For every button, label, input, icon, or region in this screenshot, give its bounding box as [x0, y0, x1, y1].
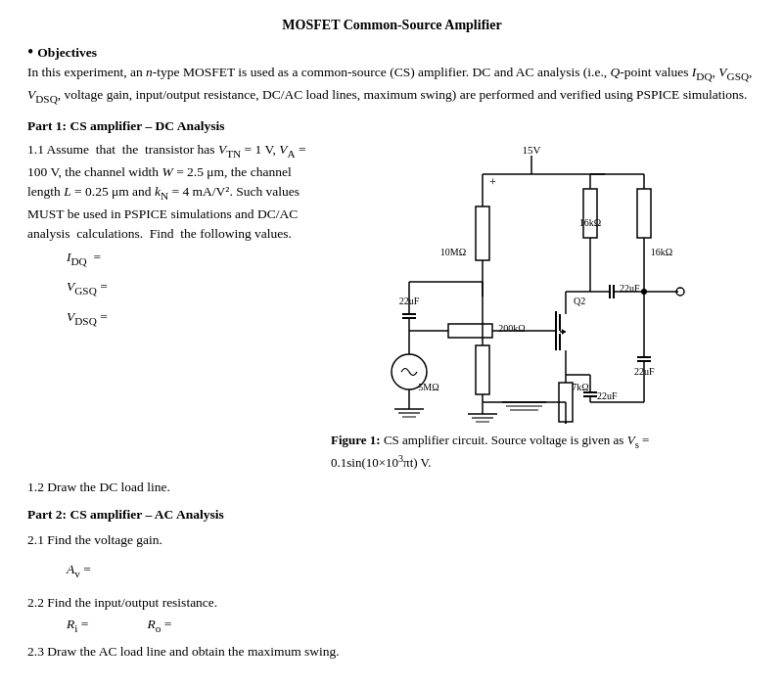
part2-header: Part 2: CS amplifier – AC Analysis	[27, 507, 757, 523]
objectives-body: In this experiment, an n-type MOSFET is …	[27, 63, 757, 107]
circuit-col: 15V + 10MΩ 200	[331, 140, 757, 472]
svg-text:15V: 15V	[523, 144, 541, 156]
values-list: IDQ = VGSQ = VDSQ =	[67, 244, 321, 333]
svg-text:200kΩ: 200kΩ	[498, 323, 525, 334]
part2-section: Part 2: CS amplifier – AC Analysis 2.1 F…	[27, 507, 757, 662]
svg-rect-62	[476, 345, 489, 394]
svg-text:16kΩ: 16kΩ	[651, 247, 672, 257]
circuit-diagram: 15V + 10MΩ 200	[331, 140, 693, 472]
page-title: MOSFET Common-Source Amplifier	[27, 18, 757, 33]
ro-value: Ro =	[147, 617, 171, 634]
ri-value: Ri =	[67, 617, 88, 634]
svg-text:16kΩ: 16kΩ	[579, 217, 601, 228]
figure-caption: Figure 1: CS amplifier circuit. Source v…	[331, 432, 693, 472]
svg-text:+: +	[489, 175, 496, 189]
objectives-header: Objectives	[37, 45, 97, 61]
svg-marker-21	[562, 329, 566, 335]
svg-rect-24	[583, 189, 597, 238]
part2-1: 2.1 Find the voltage gain.	[27, 530, 757, 550]
vdsq-line: VDSQ =	[67, 303, 321, 333]
svg-text:7kΩ: 7kΩ	[572, 382, 588, 392]
part2-2: 2.2 Find the input/output resistance.	[27, 593, 757, 613]
text-col: 1.1 Assume that the transistor has VTN =…	[27, 140, 321, 333]
bullet-dot: •	[27, 43, 33, 61]
svg-text:10MΩ: 10MΩ	[440, 247, 466, 257]
part1-section: Part 1: CS amplifier – DC Analysis 1.1 A…	[27, 118, 757, 472]
av-line: Av =	[67, 555, 757, 585]
dc-load-line: 1.2 Draw the DC load line.	[27, 480, 757, 495]
vgsq-line: VGSQ =	[67, 273, 321, 302]
svg-rect-35	[637, 189, 651, 238]
part1-header: Part 1: CS amplifier – DC Analysis	[27, 118, 757, 134]
svg-rect-11	[448, 324, 492, 338]
part1-1-text: 1.1 Assume that the transistor has VTN =…	[27, 140, 321, 244]
svg-text:5MΩ: 5MΩ	[418, 382, 438, 392]
svg-text:Q2: Q2	[574, 296, 585, 306]
part2-3: 2.3 Draw the AC load line and obtain the…	[27, 642, 757, 662]
ri-ro-line: Ri = Ro =	[67, 617, 757, 634]
circuit-svg: 15V + 10MΩ 200	[331, 140, 693, 424]
objectives-section: • Objectives In this experiment, an n-ty…	[27, 45, 757, 107]
idq-line: IDQ =	[67, 244, 321, 273]
svg-text:22uF: 22uF	[597, 390, 618, 401]
svg-rect-7	[476, 206, 489, 260]
two-col-layout: 1.1 Assume that the transistor has VTN =…	[27, 140, 757, 472]
